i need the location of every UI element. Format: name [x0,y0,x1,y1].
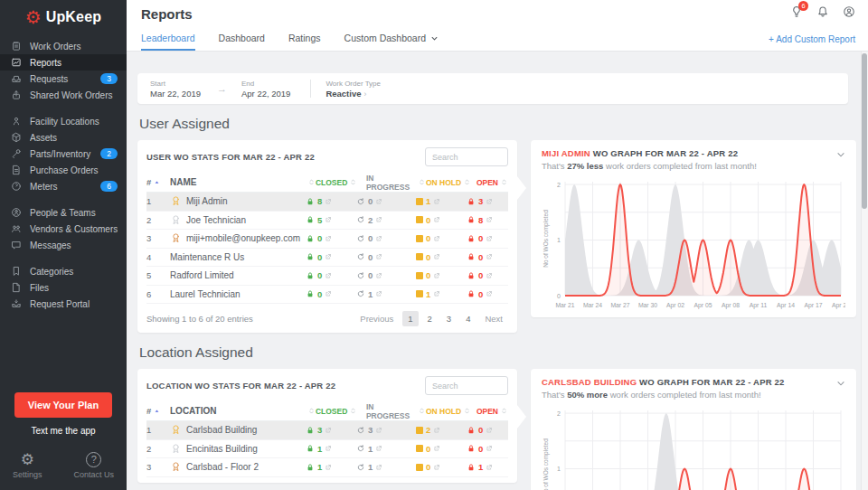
contact-us-button[interactable]: ? Contact Us [73,452,114,479]
column-rank[interactable]: # [146,406,170,416]
external-link-icon[interactable] [486,216,493,223]
sidebar-item-purchase-orders[interactable]: Purchase Orders [0,162,127,178]
column-in-progress[interactable]: IN PROGRESS [366,174,426,192]
stat-value[interactable]: 0 [416,462,467,472]
table-row[interactable]: 4Maintenance R Us0000 [146,249,508,268]
external-link-icon[interactable] [325,216,332,223]
external-link-icon[interactable] [433,427,440,434]
column-closed[interactable]: CLOSED [316,407,366,416]
stat-value[interactable]: 3 [356,425,416,435]
stat-value[interactable]: 0 [467,425,508,435]
sidebar-item-parts-inventory[interactable]: Parts/Inventory2 [0,146,127,162]
tab-ratings[interactable]: Ratings [288,27,321,51]
external-link-icon[interactable] [486,253,493,260]
stat-value[interactable]: 5 [306,215,356,225]
sidebar-item-files[interactable]: Files [0,279,127,296]
external-link-icon[interactable] [375,253,382,260]
table-row[interactable]: 1Carlsbad Building3320 [146,421,508,440]
external-link-icon[interactable] [375,464,382,471]
column-on-hold[interactable]: ON HOLD [426,178,476,187]
sidebar-item-categories[interactable]: Categories [0,263,127,279]
external-link-icon[interactable] [325,427,332,434]
external-link-icon[interactable] [486,290,493,297]
stat-value[interactable]: 0 [416,233,467,243]
stat-value[interactable]: 1 [416,289,467,299]
notifications-button[interactable] [816,5,829,22]
brand-logo[interactable]: ⚙ UpKeep [0,0,127,34]
stat-value[interactable]: 0 [356,196,416,206]
external-link-icon[interactable] [325,272,332,279]
column-rank[interactable]: # [146,177,170,187]
table-row[interactable]: 3Carlsbad - Floor 21101 [146,458,508,477]
page-previous[interactable]: Previous [354,311,399,326]
external-link-icon[interactable] [433,253,440,260]
sidebar-item-reports[interactable]: Reports [0,54,127,71]
table-row[interactable]: 2Joe Technician5208 [146,212,508,231]
sidebar-item-messages[interactable]: Messages [0,237,127,253]
stat-value[interactable]: 3 [306,425,356,435]
external-link-icon[interactable] [433,272,440,279]
tab-dashboard[interactable]: Dashboard [219,27,265,51]
page-2[interactable]: 2 [422,311,438,326]
stat-value[interactable]: 1 [306,444,356,454]
stat-value[interactable]: 1 [356,289,416,299]
page-next[interactable]: Next [479,311,508,326]
stat-value[interactable]: 0 [306,233,356,243]
sidebar-item-work-orders[interactable]: Work Orders [0,38,127,54]
stat-value[interactable]: 2 [416,425,467,435]
column-name[interactable]: LOCATION [170,406,316,416]
column-on-hold[interactable]: ON HOLD [426,407,476,416]
whats-new-button[interactable]: 6 [790,5,803,22]
table-row[interactable]: 2Encinitas Building1100 [146,440,508,459]
external-link-icon[interactable] [486,464,493,471]
external-link-icon[interactable] [325,445,332,452]
stat-value[interactable]: 0 [306,270,356,280]
stat-value[interactable]: 8 [467,215,508,225]
stat-value[interactable]: 8 [306,196,356,206]
table-row[interactable]: 6Laurel Technician0110 [146,286,508,305]
external-link-icon[interactable] [486,272,493,279]
page-1[interactable]: 1 [402,311,418,326]
external-link-icon[interactable] [433,445,440,452]
external-link-icon[interactable] [325,235,332,242]
view-your-plan-button[interactable]: View Your Plan [14,392,112,418]
search-input[interactable] [425,376,508,395]
stat-value[interactable]: 0 [467,270,508,280]
table-row[interactable]: 5Radford Limited0000 [146,267,508,286]
external-link-icon[interactable] [375,216,382,223]
external-link-icon[interactable] [375,272,382,279]
external-link-icon[interactable] [486,427,493,434]
external-link-icon[interactable] [486,198,493,205]
stat-value[interactable]: 0 [467,289,508,299]
sidebar-item-people-teams[interactable]: People & Teams [0,204,127,221]
external-link-icon[interactable] [375,235,382,242]
stat-value[interactable]: 1 [416,196,467,206]
external-link-icon[interactable] [325,464,332,471]
filter-start-date[interactable]: Start Mar 22, 2019 [150,80,201,99]
column-in-progress[interactable]: IN PROGRESS [366,402,426,420]
external-link-icon[interactable] [486,235,493,242]
profile-button[interactable] [843,5,855,22]
stat-value[interactable]: 0 [467,444,508,454]
sidebar-item-meters[interactable]: Meters6 [0,178,127,194]
column-name[interactable]: NAME [170,177,316,187]
external-link-icon[interactable] [325,198,332,205]
table-row[interactable]: 3miji+mobile@onupkeep.com0000 [146,230,508,249]
tab-custom-dashboard[interactable]: Custom Dashboard [344,27,439,51]
stat-value[interactable]: 0 [306,252,356,262]
collapse-chevron-icon[interactable] [835,377,847,390]
external-link-icon[interactable] [486,445,493,452]
stat-value[interactable]: 2 [356,215,416,225]
external-link-icon[interactable] [375,427,382,434]
external-link-icon[interactable] [433,290,440,297]
scrollbar-thumb[interactable] [862,53,867,209]
stat-value[interactable]: 0 [416,215,467,225]
stat-value[interactable]: 1 [306,462,356,472]
external-link-icon[interactable] [433,464,440,471]
table-row[interactable]: 1Miji Admin8013 [146,193,508,212]
filter-end-date[interactable]: End Apr 22, 2019 [241,80,290,99]
external-link-icon[interactable] [375,445,382,452]
column-open[interactable]: OPEN [476,178,508,187]
external-link-icon[interactable] [433,235,440,242]
stat-value[interactable]: 0 [467,252,508,262]
